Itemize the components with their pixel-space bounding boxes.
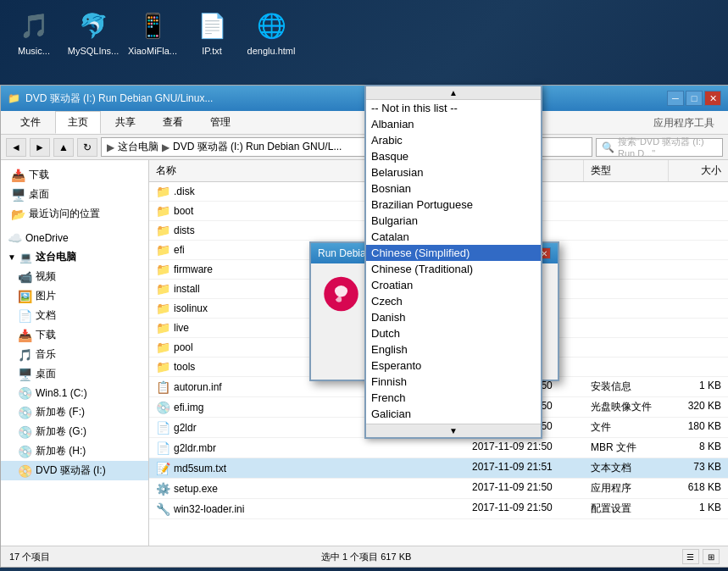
sidebar-label-onedrive: OneDrive <box>25 232 69 244</box>
language-item[interactable]: Brazilian Portuguese <box>366 197 541 213</box>
close-button[interactable]: ✕ <box>704 91 721 106</box>
sidebar-item-downloads1[interactable]: 📥 下载 <box>1 165 148 185</box>
desktop-icon-xiaomi[interactable]: 📱 XiaoMiFla... <box>127 8 178 56</box>
language-item[interactable]: English <box>366 341 541 358</box>
h-drive-icon: 💿 <box>18 445 32 458</box>
file-date: 2017-11-09 21:50 <box>465 438 584 457</box>
sidebar-label-docs: 文档 <box>36 308 56 323</box>
language-item[interactable]: Galician <box>366 406 541 422</box>
table-row[interactable]: ⚙️setup.exe 2017-11-09 21:50 应用程序 618 KB <box>149 479 728 499</box>
file-size <box>669 319 728 337</box>
sidebar-item-desktop2[interactable]: 🖥️ 桌面 <box>1 364 148 384</box>
file-type <box>584 319 669 337</box>
language-item[interactable]: Basque <box>366 148 541 164</box>
scroll-up-button[interactable]: ▲ <box>366 86 541 100</box>
tab-home[interactable]: 主页 <box>55 111 101 134</box>
sidebar-item-desktop1[interactable]: 🖥️ 桌面 <box>1 185 148 204</box>
status-selected: 选中 1 个项目 617 KB <box>321 551 411 563</box>
file-name: md5sum.txt <box>174 463 226 474</box>
file-name: pool <box>174 341 193 353</box>
music-label: Music... <box>18 46 50 56</box>
sidebar-item-dvd[interactable]: 📀 DVD 驱动器 (I:) <box>1 461 148 480</box>
thispc-expand-icon: ▼ <box>8 252 16 262</box>
language-item[interactable]: Arabic <box>366 132 541 148</box>
sidebar-item-h[interactable]: 💿 新加卷 (H:) <box>1 441 148 461</box>
sidebar-label-desktop1: 桌面 <box>29 187 49 202</box>
language-item[interactable]: Chinese (Traditional) <box>366 261 541 277</box>
refresh-button[interactable]: ↻ <box>77 138 97 157</box>
mysql-icon: 🐬 <box>76 8 110 42</box>
tab-file[interactable]: 文件 <box>8 111 53 134</box>
file-size <box>669 338 728 357</box>
explorer-icon: 📁 <box>8 92 20 104</box>
list-view-button[interactable]: ☰ <box>682 549 699 564</box>
scroll-down-button[interactable]: ▼ <box>366 424 541 437</box>
file-name: g2ldr <box>174 422 197 434</box>
tab-view[interactable]: 查看 <box>150 111 196 134</box>
sidebar-item-g[interactable]: 💿 新加卷 (G:) <box>1 422 148 441</box>
desktop-icon-iptxt[interactable]: 📄 IP.txt <box>186 8 237 56</box>
sidebar-label-f: 新加卷 (F:) <box>36 405 85 419</box>
tab-manage[interactable]: 管理 <box>197 111 243 134</box>
minimize-button[interactable]: ─ <box>667 91 684 106</box>
sidebar-item-music[interactable]: 🎵 音乐 <box>1 345 148 364</box>
language-item[interactable]: Danish <box>366 309 541 325</box>
language-item[interactable]: Finnish <box>366 374 541 390</box>
desktop-icon-denglu[interactable]: 🌐 denglu.html <box>246 8 297 56</box>
file-icon: 📄 <box>156 421 170 435</box>
folder-icon: 📁 <box>156 321 170 335</box>
file-icon: 📋 <box>156 380 170 394</box>
file-icon: 💿 <box>156 401 170 414</box>
sidebar-item-c[interactable]: 💿 Win8.1 (C:) <box>1 384 148 402</box>
sidebar: 📥 下载 🖥️ 桌面 📂 最近访问的位置 ☁️ OneDrive ▼ <box>1 160 149 546</box>
denglu-label: denglu.html <box>247 46 296 56</box>
language-item[interactable]: Bulgarian <box>366 213 541 229</box>
maximize-button[interactable]: □ <box>686 91 703 106</box>
forward-button[interactable]: ► <box>30 138 50 157</box>
address-drive: DVD 驱动器 (I:) Run Debian GNU/L... <box>173 140 342 154</box>
desktop-icon-music[interactable]: 🎵 Music... <box>8 8 59 56</box>
file-size <box>669 241 728 259</box>
file-size <box>669 202 728 220</box>
language-item[interactable]: Dutch <box>366 325 541 341</box>
language-item[interactable]: Czech <box>366 293 541 309</box>
col-size[interactable]: 大小 <box>669 160 728 181</box>
sidebar-item-downloads2[interactable]: 📥 下载 <box>1 325 148 345</box>
tab-share[interactable]: 共享 <box>103 111 148 134</box>
sidebar-item-onedrive[interactable]: ☁️ OneDrive <box>1 229 148 247</box>
sidebar-item-docs[interactable]: 📄 文档 <box>1 306 148 325</box>
col-type[interactable]: 类型 <box>584 160 669 181</box>
file-size <box>669 358 728 376</box>
dvd-icon: 📀 <box>18 464 32 478</box>
language-item[interactable]: French <box>366 390 541 406</box>
language-item-croatian[interactable]: Croatian <box>366 277 541 293</box>
table-row[interactable]: 📄g2ldr.mbr 2017-11-09 21:50 MBR 文件 8 KB <box>149 438 728 458</box>
detail-view-button[interactable]: ⊞ <box>703 549 720 564</box>
file-date: 2017-11-09 21:50 <box>465 479 584 498</box>
sidebar-item-pictures[interactable]: 🖼️ 图片 <box>1 286 148 306</box>
sidebar-item-thispc[interactable]: ▼ 💻 这台电脑 <box>1 247 148 267</box>
language-item[interactable]: Albanian <box>366 116 541 132</box>
up-button[interactable]: ▲ <box>53 138 74 157</box>
file-name: dists <box>174 225 195 236</box>
desktop-icon-mysql[interactable]: 🐬 MySQLIns... <box>68 8 119 56</box>
desktop-icons: 🎵 Music... 🐬 MySQLIns... 📱 XiaoMiFla... … <box>0 0 305 64</box>
language-item[interactable]: Catalan <box>366 229 541 245</box>
file-icon: ⚙️ <box>156 482 170 496</box>
file-size: 1 KB <box>669 499 728 518</box>
file-size <box>669 280 728 298</box>
back-button[interactable]: ◄ <box>6 138 26 157</box>
language-item[interactable]: Esperanto <box>366 358 541 374</box>
table-row[interactable]: 📝md5sum.txt 2017-11-09 21:51 文本文档 73 KB <box>149 458 728 479</box>
sidebar-item-f[interactable]: 💿 新加卷 (F:) <box>1 402 148 422</box>
language-item[interactable]: -- Not in this list -- <box>366 100 541 116</box>
language-item[interactable]: Belarusian <box>366 164 541 180</box>
language-item-selected[interactable]: Chinese (Simplified) <box>366 245 541 261</box>
debian-logo <box>320 272 362 323</box>
table-row[interactable]: 🔧win32-loader.ini 2017-11-09 21:50 配置设置 … <box>149 499 728 519</box>
sidebar-label-g: 新加卷 (G:) <box>36 424 86 439</box>
language-item[interactable]: Bosnian <box>366 180 541 197</box>
sidebar-item-video[interactable]: 📹 视频 <box>1 267 148 286</box>
sidebar-item-recent[interactable]: 📂 最近访问的位置 <box>1 204 148 224</box>
search-box[interactable]: 🔍 搜索"DVD 驱动器 (I:) Run D..." <box>596 138 723 157</box>
